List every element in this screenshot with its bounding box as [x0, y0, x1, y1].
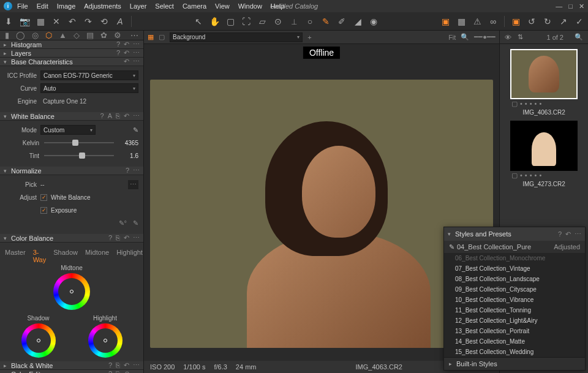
pointer-tool-icon[interactable]: ↖	[194, 17, 203, 26]
help-icon[interactable]: ?	[108, 234, 112, 242]
more-icon[interactable]: ⋯	[575, 230, 581, 238]
crop-tool-icon[interactable]: ⛶	[241, 17, 251, 26]
more-icon[interactable]: ⋯	[133, 49, 140, 57]
menu-window[interactable]: Window	[238, 2, 262, 10]
zoom-icon[interactable]: 🔍	[461, 33, 469, 41]
style-item[interactable]: 08_Best Collection_Landscape	[444, 274, 585, 284]
eye-icon[interactable]: 👁	[505, 34, 511, 41]
reset-icon[interactable]: ↶	[124, 370, 129, 373]
eraser-tool-icon[interactable]: ✐	[337, 17, 347, 26]
close-button[interactable]: ✕	[579, 2, 584, 10]
exposure-warning-icon[interactable]: ▣	[440, 17, 450, 26]
spot-tool-icon[interactable]: ⊙	[273, 17, 283, 26]
kelvin-slider[interactable]	[44, 138, 114, 147]
style-item[interactable]: 09_Best Collection_Cityscape	[444, 284, 585, 295]
single-view-icon[interactable]: ▢	[159, 33, 165, 41]
help-icon[interactable]: ?	[100, 112, 104, 120]
wb-checkbox[interactable]: ✓	[40, 194, 47, 201]
shadow-wheel[interactable]: Shadow	[21, 323, 56, 358]
brush-tool-icon[interactable]: ✎	[321, 17, 331, 26]
reset-icon[interactable]: ↶	[124, 49, 129, 57]
copy-icon[interactable]: ⎘	[116, 112, 120, 120]
eyedropper-icon[interactable]: ✎	[133, 126, 138, 134]
copy-icon[interactable]: ⎘	[116, 370, 120, 373]
tab-capture-icon[interactable]: ◯	[16, 31, 25, 40]
style-item[interactable]: 12_Best Collection_Light&Airy	[444, 315, 585, 326]
panel-basechar-header[interactable]: ▾ Base Characteristics ↶⋯	[0, 58, 143, 66]
rotate-left-icon[interactable]: ↺	[527, 17, 537, 26]
thumb-image[interactable]	[510, 121, 578, 171]
add-layer-icon[interactable]: +	[307, 34, 311, 41]
thumb-item[interactable]: ▢••••• IMG_4273.CR2	[510, 121, 578, 187]
styles-panel-header[interactable]: ▾ Styles and Presets ?↶⋯	[444, 227, 585, 241]
style-item[interactable]: 10_Best Collection_Vibrance	[444, 295, 585, 305]
radial-tool-icon[interactable]: ◉	[369, 17, 379, 26]
browser-icon[interactable]: ▦	[36, 17, 45, 26]
help-icon[interactable]: ?	[108, 361, 112, 369]
undo-icon[interactable]: ↶	[67, 17, 77, 26]
hand-tool-icon[interactable]: ✋	[209, 17, 219, 26]
reset-icon[interactable]: ↶	[124, 361, 129, 369]
fit-label[interactable]: Fit	[448, 34, 456, 41]
grid-view-icon[interactable]: ▦	[148, 33, 154, 41]
warning-icon[interactable]: ⚠	[472, 17, 482, 26]
panel-layers-header[interactable]: ▸ Layers ?↶⋯	[0, 49, 143, 58]
style-item[interactable]: 13_Best Collection_Portrait	[444, 326, 585, 336]
help-icon[interactable]: ?	[108, 370, 112, 373]
help-icon[interactable]: ?	[126, 167, 129, 175]
picker-apply-icon[interactable]: ✎	[133, 219, 138, 227]
panel-wb-header[interactable]: ▾ White Balance ?A⎘↶⋯	[0, 112, 143, 121]
copy-icon[interactable]: ⎘	[116, 234, 120, 242]
redo-icon[interactable]: ↷	[83, 17, 93, 26]
cb-tab-shadow[interactable]: Shadow	[53, 249, 78, 263]
applied-style-row[interactable]: ✎ 04_Best Collection_Pure Adjusted	[444, 241, 585, 253]
copy-icon[interactable]: ⎘	[116, 361, 120, 369]
cb-tab-midtone[interactable]: Midtone	[85, 249, 109, 263]
tab-lens-icon[interactable]: ◎	[32, 31, 39, 40]
icc-profile-select[interactable]: Canon EOS-77D Generic▾	[40, 70, 138, 80]
menu-camera[interactable]: Camera	[183, 2, 206, 10]
menu-layer[interactable]: Layer	[130, 2, 147, 10]
menu-edit[interactable]: Edit	[37, 2, 48, 10]
maximize-button[interactable]: □	[568, 2, 573, 10]
style-item[interactable]: 15_Best Collection_Wedding	[444, 347, 585, 357]
panel-normalize-header[interactable]: ▾ Normalize ?⋯	[0, 167, 143, 175]
search-icon[interactable]: 🔍	[575, 33, 583, 41]
curve-select[interactable]: Auto▾	[40, 83, 138, 93]
thumb-item[interactable]: ▢••••• IMG_4063.CR2	[510, 49, 578, 116]
more-icon[interactable]: ⋯	[133, 361, 140, 369]
viewer-layout-icon[interactable]: ▣	[511, 17, 521, 26]
wb-mode-select[interactable]: Custom▾	[40, 125, 96, 135]
straighten-tool-icon[interactable]: ⟂	[289, 17, 299, 26]
import-icon[interactable]: ⬇	[4, 17, 13, 26]
more-icon[interactable]: ⋯	[133, 234, 140, 242]
highlight-wheel[interactable]: Highlight	[88, 323, 123, 358]
layer-dropdown[interactable]: Background▾	[170, 32, 303, 42]
panel-histogram-header[interactable]: ▸ Histogram ?↶⋯	[0, 40, 143, 49]
tab-output-icon[interactable]: ⚙	[114, 31, 121, 40]
thumb-image[interactable]	[510, 49, 578, 99]
reset-icon[interactable]: ↶	[124, 40, 129, 48]
clear-icon[interactable]: ✕	[51, 17, 61, 26]
sort-icon[interactable]: ⇅	[518, 33, 523, 41]
midtone-wheel[interactable]: Midtone	[53, 273, 90, 310]
tab-color-icon[interactable]: ⬡	[45, 31, 52, 40]
keystone-tool-icon[interactable]: ▱	[257, 17, 267, 26]
annotate-icon[interactable]: A	[115, 17, 125, 26]
tab-details-icon[interactable]: ◇	[74, 31, 80, 40]
more-icon[interactable]: ⋯	[133, 167, 140, 175]
menu-select[interactable]: Select	[155, 2, 174, 10]
tint-slider[interactable]	[44, 151, 114, 160]
cb-tab-highlight[interactable]: Highlight	[116, 249, 143, 263]
help-icon[interactable]: ?	[116, 40, 120, 48]
more-icon[interactable]: ⋯	[133, 370, 140, 373]
more-icon[interactable]: ⋯	[133, 58, 140, 66]
pick-select-icon[interactable]: ⋯	[128, 180, 138, 189]
focus-mask-icon[interactable]: ∞	[488, 17, 498, 26]
tab-metadata-icon[interactable]: ✿	[100, 31, 107, 40]
tab-exposure-icon[interactable]: ▲	[59, 31, 67, 40]
menu-image[interactable]: Image	[57, 2, 76, 10]
picker-save-icon[interactable]: ✎°	[119, 219, 127, 227]
reset-icon[interactable]: ↶	[124, 58, 129, 66]
gradient-tool-icon[interactable]: ◢	[353, 17, 363, 26]
